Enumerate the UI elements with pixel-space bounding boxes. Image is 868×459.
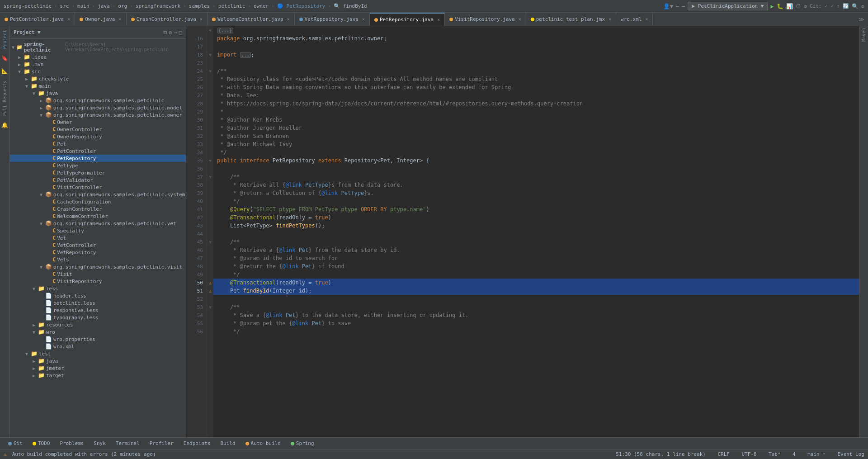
fold-btn-37[interactable]: ▼	[207, 173, 213, 181]
fold-marker-top[interactable]: {...}	[217, 28, 233, 33]
tree-less-folder[interactable]: ▼ 📁 less	[10, 285, 186, 292]
tree-jmeter[interactable]: ▶ 📁 jmeter	[10, 364, 186, 372]
tree-class-specialty[interactable]: C Specialty	[10, 227, 186, 234]
breadcrumb-petclinic[interactable]: petclinic	[218, 3, 245, 9]
breadcrumb-samples[interactable]: samples	[189, 3, 210, 9]
tab-visit-repository[interactable]: VisitRepository.java ×	[445, 13, 526, 26]
tree-wro-properties[interactable]: 📄 wro.properties	[10, 336, 186, 343]
search-icon[interactable]: 🔍	[852, 3, 859, 9]
fold-btn-35[interactable]: ▼	[207, 156, 213, 165]
tab-overflow-btn[interactable]: ≫	[855, 16, 868, 23]
tree-class-vet-repo[interactable]: C VetRepository	[10, 249, 186, 256]
bookmark-icon[interactable]: 🔖	[1, 55, 8, 62]
fold-btn-18[interactable]: ▼	[207, 51, 213, 59]
fold-import[interactable]: ...	[240, 52, 251, 58]
bottom-tab-terminal[interactable]: Terminal	[111, 440, 144, 447]
tree-wro-folder[interactable]: ▼ 📁 wro	[10, 328, 186, 336]
fold-btn-53[interactable]: ▼	[207, 303, 213, 311]
tab-vet-repository[interactable]: VetRepository.java ×	[295, 13, 370, 26]
nav-back-icon[interactable]: ←	[676, 3, 679, 9]
tree-class-pet-type[interactable]: C PetType	[10, 162, 186, 169]
tab-close-pet-repo[interactable]: ×	[437, 17, 440, 22]
fold-btn-1[interactable]: ▼	[207, 26, 213, 34]
tab-close-wro[interactable]: ×	[645, 17, 648, 22]
bottom-tab-endpoints[interactable]: Endpoints	[179, 440, 215, 447]
tree-class-pet-repo[interactable]: C PetRepository	[10, 155, 186, 162]
bottom-tab-problems[interactable]: Problems	[55, 440, 88, 447]
fold-btn-24[interactable]: ▼	[207, 67, 213, 75]
tree-test-java[interactable]: ▶ 📁 java	[10, 357, 186, 364]
bottom-tab-snyk[interactable]: Snyk	[89, 440, 110, 447]
breadcrumb-pet-repository[interactable]: 🔵 PetRepository	[277, 3, 326, 9]
tab-close-crash[interactable]: ×	[200, 17, 203, 22]
tree-responsive-less[interactable]: 📄 responsive.less	[10, 307, 186, 314]
tree-pkg-vet[interactable]: ▼ 📦 org.springframework.samples.petclini…	[10, 220, 186, 227]
tree-class-pet-type-fmt[interactable]: C PetTypeFormatter	[10, 169, 186, 176]
breadcrumb-springframework[interactable]: springframework	[136, 3, 180, 9]
tree-class-visit-ctrl[interactable]: C VisitController	[10, 184, 186, 191]
tree-petclinic-less[interactable]: 📄 petclinic.less	[10, 299, 186, 307]
tab-wro-xml[interactable]: wro.xml ×	[616, 13, 653, 26]
tree-java[interactable]: ▼ 📁 java	[10, 90, 186, 97]
tree-resources[interactable]: ▶ 📁 resources	[10, 321, 186, 328]
tab-owner[interactable]: Owner.java ×	[75, 13, 126, 26]
tree-test[interactable]: ▼ 📁 test	[10, 350, 186, 357]
tree-class-welcome-ctrl[interactable]: C WelcomeController	[10, 213, 186, 220]
tree-main[interactable]: ▼ 📁 main	[10, 82, 186, 90]
bottom-tab-git[interactable]: Git	[4, 440, 27, 447]
tree-pkg-system[interactable]: ▼ 📦 org.springframework.samples.petclini…	[10, 191, 186, 198]
tree-pkg-owner[interactable]: ▼ 📦 org.springframework.samples.petclini…	[10, 111, 186, 118]
tree-header-less[interactable]: 📄 header.less	[10, 292, 186, 299]
tree-class-visit-repo[interactable]: C VisitRepository	[10, 278, 186, 285]
sidebar-maximize-icon[interactable]: □	[179, 29, 182, 36]
breadcrumb-org[interactable]: org	[118, 3, 127, 9]
bottom-tab-todo[interactable]: TODO	[28, 440, 55, 447]
bottom-tab-build[interactable]: Build	[216, 440, 240, 447]
nav-forward-icon[interactable]: →	[682, 3, 685, 9]
tree-idea[interactable]: ▶ 📁 .idea	[10, 53, 186, 61]
tree-checkstyle[interactable]: ▶ 📁 checkstyle	[10, 75, 186, 82]
coverage-icon[interactable]: 📊	[786, 3, 793, 9]
settings-icon[interactable]: ⚙	[804, 3, 807, 9]
tree-pkg-petclinic[interactable]: ▶ 📦 org.springframework.samples.petclini…	[10, 97, 186, 104]
tab-crash-controller[interactable]: CrashController.java ×	[127, 13, 208, 26]
tree-root[interactable]: ▼ 📁 spring-petclinic C:\Users\Neeraj Ver…	[10, 41, 186, 53]
collapse-all-icon[interactable]: ⊟	[164, 29, 167, 36]
sidebar-settings-icon[interactable]: ⚙	[169, 29, 172, 36]
breadcrumb-owner[interactable]: owner	[254, 3, 269, 9]
tab-jmx[interactable]: petclinic_test_plan.jmx ×	[526, 13, 616, 26]
profiler-icon[interactable]: ⏱	[796, 3, 801, 9]
tree-class-pet[interactable]: C Pet	[10, 140, 186, 147]
bottom-tab-profiler[interactable]: Profiler	[145, 440, 178, 447]
tree-class-pet-ctrl[interactable]: C PetController	[10, 147, 186, 155]
breadcrumb-spring-petclinic[interactable]: spring-petclinic	[4, 3, 52, 9]
run-icon[interactable]: ▶	[770, 3, 774, 9]
tab-close-pet-controller[interactable]: ×	[67, 17, 70, 22]
debug-icon[interactable]: 🐛	[777, 3, 783, 9]
tree-class-pet-val[interactable]: C PetValidator	[10, 176, 186, 184]
profile-icon[interactable]: 👤▼	[663, 3, 673, 9]
sidebar-hide-icon[interactable]: →	[174, 29, 177, 36]
tree-class-crash-ctrl[interactable]: C CrashController	[10, 205, 186, 213]
breadcrumb-main[interactable]: main	[77, 3, 90, 9]
breadcrumb-find-by-id[interactable]: 🔍 findById	[334, 3, 367, 9]
tab-close-jmx[interactable]: ×	[609, 17, 611, 22]
tree-class-owner-ctrl[interactable]: C OwnerController	[10, 126, 186, 133]
tab-close-visit-repo[interactable]: ×	[519, 17, 521, 22]
tree-class-vet[interactable]: C Vet	[10, 234, 186, 241]
fold-btn-45[interactable]: ▼	[207, 238, 213, 246]
tree-pkg-visit[interactable]: ▼ 📦 org.springframework.samples.petclini…	[10, 263, 186, 270]
breadcrumb-java[interactable]: java	[98, 3, 110, 9]
bottom-tab-spring[interactable]: Spring	[286, 440, 319, 447]
tree-class-cache-cfg[interactable]: C CacheConfiguration	[10, 198, 186, 205]
tree-typography-less[interactable]: 📄 typography.less	[10, 314, 186, 321]
breadcrumb-src[interactable]: src	[60, 3, 69, 9]
tree-class-vet-ctrl[interactable]: C VetController	[10, 241, 186, 249]
maven-icon[interactable]: Maven	[861, 28, 866, 42]
app-run-button[interactable]: ▶ PetClinicApplication ▼	[688, 2, 768, 10]
structure-icon[interactable]: 📐	[1, 68, 8, 74]
project-icon[interactable]: Project	[2, 30, 7, 49]
tab-close-owner[interactable]: ×	[118, 17, 121, 22]
tree-mvn[interactable]: ▶ 📁 .mvn	[10, 61, 186, 68]
tab-pet-repository[interactable]: PetRepository.java ×	[370, 13, 445, 26]
